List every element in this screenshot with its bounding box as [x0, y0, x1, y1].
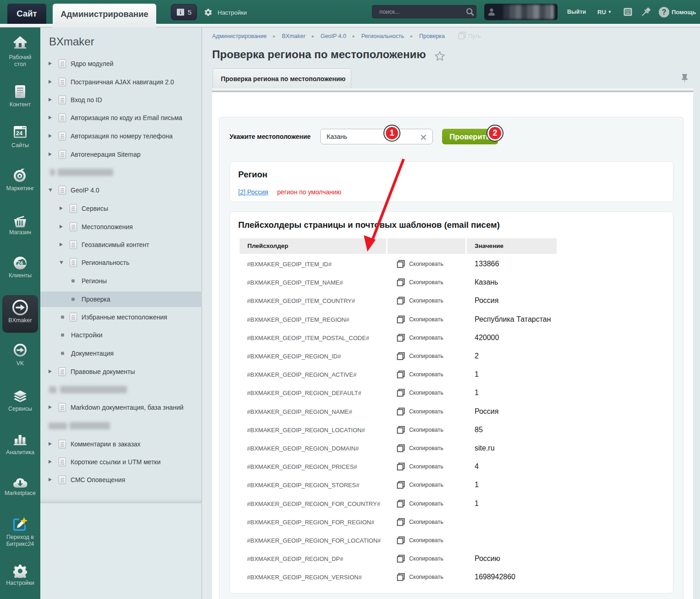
svg-text:24: 24 — [16, 130, 23, 137]
svg-text:24: 24 — [17, 260, 23, 266]
